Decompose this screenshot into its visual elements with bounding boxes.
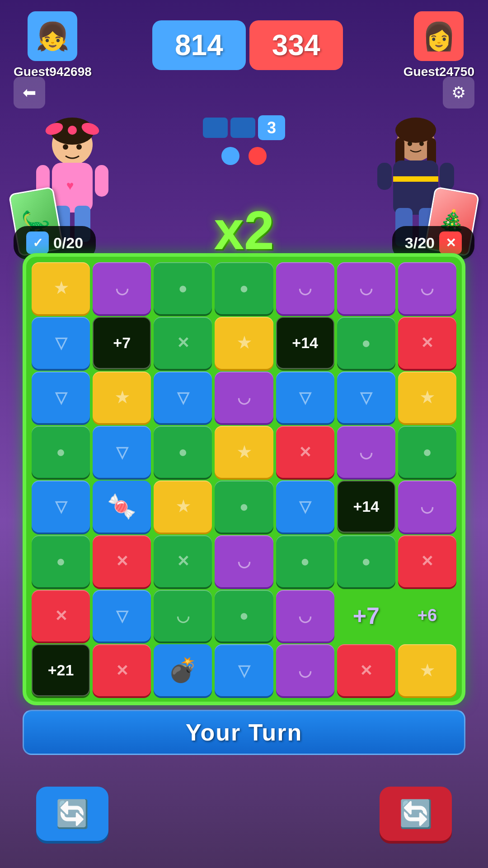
tile[interactable]: ◡ [337,262,395,314]
score-right: 334 [249,20,343,70]
svg-rect-24 [440,163,454,190]
tile[interactable]: ▽ [154,372,212,424]
svg-point-6 [76,144,82,150]
refresh-blue-button[interactable]: 🔄 [36,787,108,841]
bottom-buttons: 🔄 🔄 [0,787,488,841]
tile[interactable]: ◡ [398,262,456,314]
tile[interactable]: ✕ [276,426,334,478]
tile[interactable]: ★ [154,481,212,533]
tile[interactable]: ▽ [93,590,151,642]
tile[interactable]: ✕ [398,317,456,369]
round-box-3: 3 [258,115,285,140]
tile[interactable]: ★ [215,317,273,369]
player-left: 👧 Guest942698 [14,11,92,79]
tile[interactable]: ◡ [276,590,334,642]
tile[interactable]: 💣 [154,644,212,696]
tile[interactable]: ◡ [276,262,334,314]
tile[interactable]: ✕ [337,644,395,696]
tile[interactable]: ★ [398,372,456,424]
svg-rect-20 [393,176,438,182]
tile[interactable]: ★ [32,262,90,314]
tile[interactable]: ● [215,262,273,314]
tile[interactable]: ◡ [276,644,334,696]
tile[interactable]: ✕ [93,644,151,696]
score-left: 814 [152,20,246,70]
tile[interactable]: ✕ [154,535,212,587]
tile[interactable]: ★ [93,372,151,424]
tile[interactable]: 🍬 [93,481,151,533]
tile[interactable]: +21 [32,644,90,696]
score-container: 814 334 [152,20,343,70]
your-turn-bar: Your Turn [23,710,465,755]
tile[interactable]: ● [398,426,456,478]
tile[interactable]: ◡ [215,535,273,587]
tile[interactable]: ★ [215,426,273,478]
your-turn-text: Your Turn [186,719,303,746]
round-indicator: 3 [203,115,285,140]
round-box-2 [230,118,255,138]
tile[interactable]: ◡ [398,481,456,533]
dot-red [249,147,267,165]
tile[interactable]: ✕ [32,590,90,642]
badge-icon-left: ✓ [26,231,49,254]
svg-point-4 [68,126,77,135]
tile[interactable]: +14 [337,481,395,533]
tile[interactable]: ◡ [337,426,395,478]
tile[interactable]: ▽ [215,644,273,696]
badge-right-score: 3/20 [405,234,435,252]
tile[interactable]: ● [32,535,90,587]
svg-text:♥: ♥ [66,179,74,193]
tile[interactable]: ● [215,481,273,533]
refresh-red-button[interactable]: 🔄 [380,787,452,841]
tile[interactable]: ◡ [93,262,151,314]
tile[interactable]: +14 [276,317,334,369]
svg-point-5 [63,144,68,150]
svg-point-18 [419,142,424,146]
avatar-left: 👧 [28,11,77,61]
tile[interactable]: ▽ [32,481,90,533]
tile[interactable]: ● [154,426,212,478]
tile[interactable]: ▽ [276,481,334,533]
tile[interactable]: ● [337,535,395,587]
tile[interactable]: ★ [398,644,456,696]
tile[interactable]: +7 [337,590,395,642]
svg-rect-12 [95,165,108,197]
header: 👧 Guest942698 814 334 👩 Guest24750 [0,0,488,90]
tile[interactable]: ✕ [398,535,456,587]
tile[interactable]: +6 [398,590,456,642]
tile[interactable]: ✕ [93,535,151,587]
avatar-right: 👩 [414,11,464,61]
refresh-blue-icon: 🔄 [56,798,89,830]
tile[interactable]: ▽ [32,317,90,369]
player-right: 👩 Guest24750 [404,11,474,79]
tile[interactable]: ▽ [32,372,90,424]
badge-left-score: 0/20 [53,234,83,252]
tile[interactable]: ◡ [215,372,273,424]
svg-point-17 [408,142,412,146]
round-box-1 [203,118,228,138]
dot-blue [221,147,239,165]
refresh-red-icon: 🔄 [399,798,433,830]
tile[interactable]: ● [215,590,273,642]
tile[interactable]: ▽ [337,372,395,424]
tile[interactable]: ● [337,317,395,369]
tile[interactable]: ● [276,535,334,587]
svg-rect-23 [377,163,392,190]
tile[interactable]: ◡ [154,590,212,642]
tile[interactable]: ▽ [276,372,334,424]
tile[interactable]: +7 [93,317,151,369]
turn-dots [221,147,267,165]
tile[interactable]: ● [32,426,90,478]
tile[interactable]: ▽ [93,426,151,478]
badge-icon-right: ✕ [439,231,462,254]
tile[interactable]: ✕ [154,317,212,369]
tile[interactable]: ● [154,262,212,314]
game-board[interactable]: ★◡●●◡◡◡▽+7✕★+14●✕▽★▽◡▽▽★●▽●★✕◡●▽🍬★●▽+14◡… [23,253,465,705]
multiplier: x2 [214,199,274,261]
board-grid: ★◡●●◡◡◡▽+7✕★+14●✕▽★▽◡▽▽★●▽●★✕◡●▽🍬★●▽+14◡… [32,262,456,696]
